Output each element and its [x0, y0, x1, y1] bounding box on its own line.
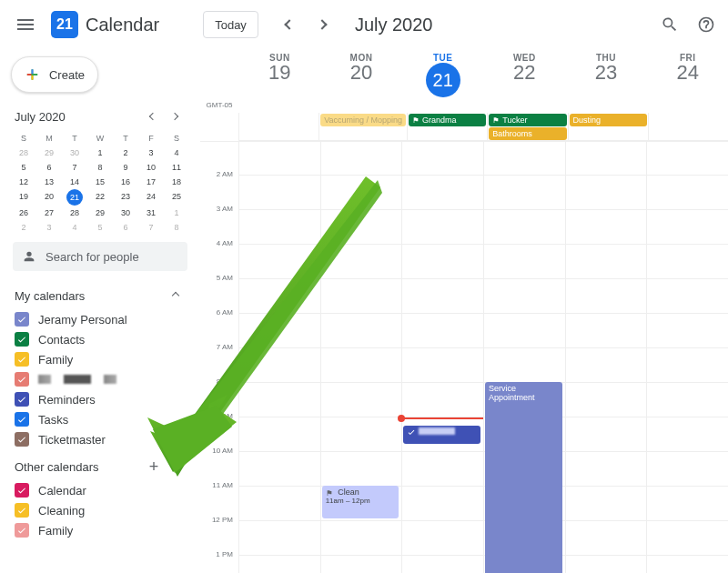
other-calendars-collapse-button[interactable] [166, 457, 186, 477]
mini-day[interactable]: 3 [138, 146, 164, 160]
help-button[interactable] [692, 10, 721, 39]
day-column[interactable]: Clean11am – 12pm Read, 2pm [320, 140, 402, 573]
allday-event[interactable]: Vaccuming / Mopping [320, 114, 406, 126]
mini-next-month-button[interactable] [164, 106, 186, 127]
calendar-item[interactable]: Ticketmaster [7, 429, 193, 449]
my-calendars-header[interactable]: My calendars [7, 278, 193, 309]
mini-day[interactable]: 7 [138, 220, 164, 235]
day-header[interactable]: Thu23 [565, 49, 647, 113]
mini-day[interactable]: 25 [164, 189, 189, 206]
mini-day[interactable]: 1 [164, 206, 189, 220]
allday-event[interactable]: Grandma [409, 114, 486, 126]
mini-day[interactable]: 16 [113, 175, 138, 189]
mini-day[interactable]: 4 [164, 146, 189, 160]
mini-day[interactable]: 31 [138, 206, 164, 220]
allday-cell[interactable]: Vaccuming / Mopping [318, 113, 407, 141]
mini-day[interactable]: 5 [11, 160, 36, 175]
add-other-calendar-button[interactable]: + [144, 457, 164, 477]
day-column[interactable]: Read, 2pm [401, 140, 483, 573]
allday-cell[interactable] [648, 113, 728, 141]
mini-day[interactable]: 11 [164, 160, 189, 175]
calendar-checkbox[interactable] [15, 432, 29, 447]
mini-day[interactable]: 17 [138, 175, 164, 189]
mini-day[interactable]: 15 [87, 175, 113, 189]
mini-day[interactable]: 9 [113, 160, 138, 175]
calendar-item[interactable] [7, 369, 193, 389]
mini-day[interactable]: 24 [138, 189, 164, 206]
today-button[interactable]: Today [203, 11, 258, 38]
calendar-item[interactable]: Family [7, 349, 193, 369]
mini-day[interactable]: 5 [87, 220, 113, 235]
day-column[interactable] [238, 140, 320, 573]
mini-day[interactable]: 8 [164, 220, 189, 235]
mini-day[interactable]: 27 [36, 206, 62, 220]
allday-cell[interactable]: Grandma [407, 113, 487, 141]
calendar-item[interactable]: Cleaning [7, 500, 193, 520]
search-people-input[interactable]: Search for people [13, 242, 187, 271]
mini-day[interactable]: 28 [62, 206, 87, 220]
allday-event[interactable]: Dusting [570, 114, 647, 126]
mini-day[interactable]: 7 [62, 160, 87, 175]
my-calendars-collapse-button[interactable] [166, 286, 186, 306]
calendar-item[interactable]: Jeramy Personal [7, 309, 193, 329]
search-button[interactable] [655, 10, 684, 39]
day-header[interactable]: Sun19 [238, 49, 320, 113]
mini-day[interactable]: 21 [66, 189, 83, 206]
other-calendars-header[interactable]: Other calendars + [7, 449, 193, 480]
calendar-item[interactable]: Family [7, 520, 193, 540]
day-header[interactable]: Wed22 [483, 49, 565, 113]
calendar-checkbox[interactable] [15, 312, 29, 327]
calendar-item[interactable]: Calendar [7, 480, 193, 500]
day-header[interactable]: Fri24 [646, 49, 728, 113]
mini-day[interactable]: 19 [11, 189, 36, 206]
mini-day[interactable]: 30 [62, 146, 87, 160]
mini-day[interactable]: 29 [87, 206, 113, 220]
mini-day[interactable]: 2 [11, 220, 36, 235]
allday-event[interactable]: Tucker [489, 114, 566, 126]
calendar-checkbox[interactable] [15, 352, 29, 367]
mini-day[interactable]: 3 [36, 220, 62, 235]
mini-prev-month-button[interactable] [142, 106, 164, 127]
mini-day[interactable]: 22 [87, 189, 113, 206]
mini-day[interactable]: 2 [113, 146, 138, 160]
allday-cell[interactable]: TuckerBathrooms [487, 113, 567, 141]
calendar-checkbox[interactable] [15, 523, 29, 538]
calendar-item[interactable]: Tasks [7, 409, 193, 429]
mini-day[interactable]: 23 [113, 189, 138, 206]
day-column[interactable] [646, 140, 728, 573]
calendar-item[interactable]: Reminders [7, 389, 193, 409]
mini-day[interactable]: 12 [11, 175, 36, 189]
calendar-checkbox[interactable] [15, 332, 29, 347]
mini-day[interactable]: 4 [62, 220, 87, 235]
mini-day[interactable]: 20 [36, 189, 62, 206]
timed-event[interactable]: Service Appointment [485, 382, 562, 573]
day-header[interactable]: Tue21 [401, 49, 483, 113]
calendar-item[interactable]: Contacts [7, 329, 193, 349]
calendar-checkbox[interactable] [15, 503, 29, 518]
day-header[interactable]: Mon20 [320, 49, 402, 113]
mini-day[interactable]: 29 [36, 146, 62, 160]
mini-day[interactable]: 30 [113, 206, 138, 220]
allday-event[interactable]: Bathrooms [489, 127, 566, 140]
calendar-checkbox[interactable] [15, 372, 29, 387]
mini-day[interactable]: 8 [87, 160, 113, 175]
main-menu-button[interactable] [7, 6, 44, 43]
mini-day[interactable]: 13 [36, 175, 62, 189]
mini-day[interactable]: 18 [164, 175, 189, 189]
calendar-checkbox[interactable] [15, 412, 29, 427]
allday-cell[interactable]: Dusting [568, 113, 648, 141]
calendar-checkbox[interactable] [15, 483, 29, 498]
mini-day[interactable]: 6 [36, 160, 62, 175]
mini-day[interactable]: 14 [62, 175, 87, 189]
mini-day[interactable]: 26 [11, 206, 36, 220]
prev-week-button[interactable] [275, 10, 304, 39]
mini-day[interactable]: 1 [87, 146, 113, 160]
mini-day[interactable]: 28 [11, 146, 36, 160]
day-column[interactable] [565, 140, 647, 573]
timed-event[interactable]: Clean11am – 12pm [322, 486, 399, 518]
allday-cell[interactable] [238, 113, 318, 141]
day-column[interactable]: Service Appointment [483, 140, 565, 573]
timed-event[interactable] [403, 426, 480, 445]
calendar-checkbox[interactable] [15, 392, 29, 407]
create-button[interactable]: Create [11, 56, 98, 93]
